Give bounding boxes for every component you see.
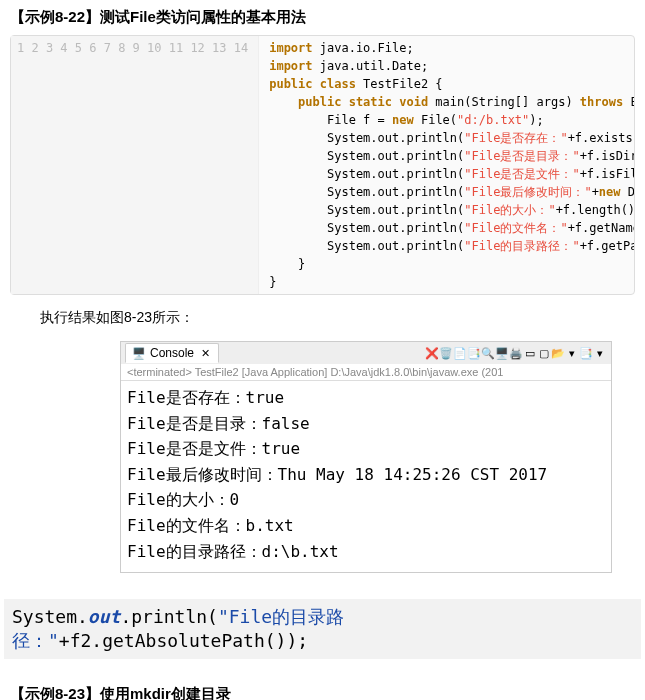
toolbar-icon[interactable]: 🖨️ [509,346,523,360]
code-token: +f.exists()); [568,131,634,145]
code-token: TestFile2 { [356,77,443,91]
code-line: import java.io.File; [269,39,628,57]
code-token: import [269,59,312,73]
code-line: System.out.println("File是否是目录："+f.isDire… [269,147,628,165]
code-token: Exception { [623,95,634,109]
code-line: } [269,273,628,291]
code-line: import java.util.Date; [269,57,628,75]
code-token: +f.isDirectory()); [580,149,634,163]
code-token: System.out.println( [269,149,464,163]
code-token: System.out.println( [269,239,464,253]
code-lines-1: import java.io.File;import java.util.Dat… [259,36,634,294]
console-output: File是否存在：true File是否是目录：false File是否是文件：… [121,381,611,572]
console-subheader: <terminated> TestFile2 [Java Application… [121,364,611,381]
code-token: main(String[] args) [428,95,580,109]
code-token: +f.isFile()); [580,167,634,181]
console-tab[interactable]: 🖥️ Console ✕ [125,343,219,363]
toolbar-icon[interactable]: 📑 [579,346,593,360]
code-token: System.out.println( [269,185,464,199]
code-line: public class TestFile2 { [269,75,628,93]
code-line: System.out.println("File的大小："+f.length()… [269,201,628,219]
code-line: System.out.println("File是否是文件："+f.isFile… [269,165,628,183]
console-toolbar: 🖥️ Console ✕ ❌🗑️📄📑🔍🖥️🖨️▭▢📂▾📑▾ [121,342,611,364]
code-line: File f = new File("d:/b.txt"); [269,111,628,129]
code-token: "File最后修改时间：" [464,185,591,199]
toolbar-icon[interactable]: ▾ [593,346,607,360]
toolbar-icon[interactable]: 📑 [467,346,481,360]
code-token: public class [269,77,356,91]
toolbar-icon[interactable]: ▢ [537,346,551,360]
code-token: Date(f.lastModified())); [621,185,634,199]
toolbar-icon[interactable]: 🖥️ [495,346,509,360]
code-token: new [392,113,414,127]
code-token: public static void [298,95,428,109]
code-token: + [592,185,599,199]
console-tab-label: Console [150,346,194,360]
code-text: System. [12,606,88,627]
toolbar-icon[interactable]: 🔍 [481,346,495,360]
code-token: "File的大小：" [464,203,555,217]
code-token: } [269,257,305,271]
code-token: System.out.println( [269,203,464,217]
code-token: "d:/b.txt" [457,113,529,127]
code-text: .println( [120,606,218,627]
code-gutter-1: 1 2 3 4 5 6 7 8 9 10 11 12 13 14 [11,36,259,294]
code-line: } [269,255,628,273]
code-line: System.out.println("File最后修改时间："+new Dat… [269,183,628,201]
code-line: System.out.println("File的文件名："+f.getName… [269,219,628,237]
wave-separator [0,583,645,593]
toolbar-icon[interactable]: ▭ [523,346,537,360]
result-caption: 执行结果如图8-23所示： [0,303,645,337]
code-token [269,95,298,109]
code-token: "File是否存在：" [464,131,567,145]
console-panel: 🖥️ Console ✕ ❌🗑️📄📑🔍🖥️🖨️▭▢📂▾📑▾ <terminate… [120,341,612,573]
code-token: "File的文件名：" [464,221,567,235]
code-token: +f.length()); [556,203,634,217]
code-line: System.out.println("File是否存在："+f.exists(… [269,129,628,147]
code-token: ); [529,113,543,127]
close-icon[interactable]: ✕ [198,346,212,360]
console-icon: 🖥️ [132,346,146,360]
code-token: "File是否是目录：" [464,149,579,163]
example-8-22-title: 【示例8-22】测试File类访问属性的基本用法 [0,0,645,31]
code-token: "File是否是文件：" [464,167,579,181]
code-token: +f.getPath()); [580,239,634,253]
highlighted-code-line: System.out.println("File的目录路径："+f2.getAb… [4,599,641,659]
code-token: java.util.Date; [313,59,429,73]
code-token: new [599,185,621,199]
code-block-1: 1 2 3 4 5 6 7 8 9 10 11 12 13 14 import … [10,35,635,295]
code-token: System.out.println( [269,131,464,145]
code-token: import [269,41,312,55]
example-8-23-title: 【示例8-23】使用mkdir创建目录 [0,677,645,700]
code-text: +f2.getAbsolutePath()); [59,630,308,651]
code-token: File f = [269,113,392,127]
code-out-italic: out [88,606,121,627]
code-token: java.io.File; [313,41,414,55]
code-token: } [269,275,276,289]
toolbar-icon[interactable]: 📄 [453,346,467,360]
code-token: System.out.println( [269,221,464,235]
code-token: throws [580,95,623,109]
toolbar-icon[interactable]: ❌ [425,346,439,360]
toolbar-icon[interactable]: 📂 [551,346,565,360]
code-line: public static void main(String[] args) t… [269,93,628,111]
code-token: +f.getName()); [568,221,634,235]
code-line: System.out.println("File的目录路径："+f.getPat… [269,237,628,255]
toolbar-icon[interactable]: ▾ [565,346,579,360]
toolbar-icon[interactable]: 🗑️ [439,346,453,360]
code-token: System.out.println( [269,167,464,181]
code-token: File( [414,113,457,127]
code-token: "File的目录路径：" [464,239,579,253]
